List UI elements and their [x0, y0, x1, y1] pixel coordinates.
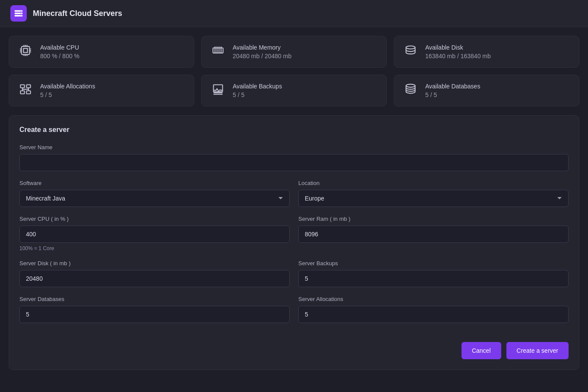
- cpu-label: Available CPU: [40, 44, 79, 51]
- software-group: Software Minecraft Java Minecraft Bedroc…: [19, 180, 290, 207]
- disk-info: Available Disk 163840 mb / 163840 mb: [425, 44, 491, 60]
- svg-point-5: [20, 15, 21, 16]
- ram-group: Server Ram ( in mb ): [298, 216, 569, 251]
- svg-point-4: [20, 13, 21, 14]
- memory-icon: [210, 44, 226, 59]
- location-select[interactable]: Europe North America Asia South America: [298, 190, 569, 207]
- databases-allocations-row: Server Databases Server Allocations: [19, 296, 569, 332]
- backups-label: Available Backups: [233, 83, 282, 90]
- databases-group: Server Databases: [19, 296, 290, 323]
- stat-card-backups: Available Backups 5 / 5: [201, 75, 387, 107]
- memory-value: 20480 mb / 20480 mb: [233, 53, 291, 60]
- create-server-form: Create a server Server Name Software Min…: [9, 115, 579, 370]
- databases-label-field: Server Databases: [19, 296, 290, 302]
- disk-icon: [403, 44, 418, 59]
- create-server-button[interactable]: Create a server: [506, 342, 569, 359]
- allocations-label: Available Allocations: [40, 83, 95, 90]
- disk-backups-row: Server Disk ( in mb ) Server Backups: [19, 260, 569, 296]
- software-label: Software: [19, 180, 290, 186]
- databases-icon: [403, 83, 418, 98]
- backups-group: Server Backups: [298, 260, 569, 287]
- svg-rect-33: [26, 91, 30, 94]
- databases-value: 5 / 5: [425, 91, 480, 98]
- backups-label-field: Server Backups: [298, 260, 569, 267]
- header: Minecraft Cloud Servers: [0, 0, 588, 27]
- databases-input[interactable]: [19, 306, 290, 323]
- svg-point-29: [406, 46, 415, 49]
- backups-icon: [210, 83, 226, 98]
- server-name-input[interactable]: [19, 154, 569, 171]
- disk-group: Server Disk ( in mb ): [19, 260, 290, 287]
- stat-card-disk: Available Disk 163840 mb / 163840 mb: [394, 36, 579, 68]
- stats-grid-row1: Available CPU 800 % / 800 %: [0, 27, 588, 68]
- stat-card-allocations: Available Allocations 5 / 5: [9, 75, 194, 107]
- location-label: Location: [298, 180, 569, 186]
- stat-card-cpu: Available CPU 800 % / 800 %: [9, 36, 194, 68]
- app-title: Minecraft Cloud Servers: [33, 9, 122, 18]
- ram-input[interactable]: [298, 226, 569, 243]
- server-name-label: Server Name: [19, 144, 569, 151]
- svg-point-3: [20, 10, 21, 11]
- backups-info: Available Backups 5 / 5: [233, 83, 282, 98]
- allocations-info: Available Allocations 5 / 5: [40, 83, 95, 98]
- cpu-group: Server CPU ( in % ) 100% = 1 Core: [19, 216, 290, 251]
- disk-input[interactable]: [19, 270, 290, 287]
- stat-card-memory: Available Memory 20480 mb / 20480 mb: [201, 36, 387, 68]
- svg-rect-32: [20, 91, 24, 94]
- databases-info: Available Databases 5 / 5: [425, 83, 480, 98]
- allocations-icon: [18, 83, 33, 98]
- cpu-value: 800 % / 800 %: [40, 53, 79, 60]
- svg-rect-30: [20, 85, 24, 88]
- svg-rect-20: [213, 48, 223, 53]
- cpu-icon: [18, 44, 33, 59]
- server-name-group: Server Name: [19, 144, 569, 171]
- svg-rect-6: [22, 47, 30, 55]
- disk-label-field: Server Disk ( in mb ): [19, 260, 290, 267]
- databases-label: Available Databases: [425, 83, 480, 90]
- svg-rect-7: [23, 48, 27, 52]
- backups-input[interactable]: [298, 270, 569, 287]
- svg-rect-31: [26, 85, 30, 88]
- allocations-value: 5 / 5: [40, 91, 95, 98]
- allocations-input[interactable]: [298, 306, 569, 323]
- allocations-group-field: Server Allocations: [298, 296, 569, 323]
- stats-grid-row2: Available Allocations 5 / 5 Available Ba…: [0, 68, 588, 107]
- form-actions: Cancel Create a server: [19, 342, 569, 359]
- cancel-button[interactable]: Cancel: [462, 342, 501, 359]
- app-container: Minecraft Cloud Servers: [0, 0, 588, 392]
- disk-value: 163840 mb / 163840 mb: [425, 53, 491, 60]
- app-icon: [10, 5, 27, 22]
- form-title: Create a server: [19, 126, 569, 134]
- backups-value: 5 / 5: [233, 91, 282, 98]
- stat-card-databases: Available Databases 5 / 5: [394, 75, 579, 107]
- cpu-hint: 100% = 1 Core: [19, 245, 290, 251]
- disk-label: Available Disk: [425, 44, 491, 51]
- cpu-info: Available CPU 800 % / 800 %: [40, 44, 79, 60]
- location-group: Location Europe North America Asia South…: [298, 180, 569, 207]
- software-location-row: Software Minecraft Java Minecraft Bedroc…: [19, 180, 569, 216]
- allocations-label-field: Server Allocations: [298, 296, 569, 302]
- memory-label: Available Memory: [233, 44, 291, 51]
- cpu-label-field: Server CPU ( in % ): [19, 216, 290, 222]
- cpu-ram-row: Server CPU ( in % ) 100% = 1 Core Server…: [19, 216, 569, 260]
- software-select[interactable]: Minecraft Java Minecraft Bedrock Paper S…: [19, 190, 290, 207]
- cpu-input[interactable]: [19, 226, 290, 243]
- ram-label: Server Ram ( in mb ): [298, 216, 569, 222]
- memory-info: Available Memory 20480 mb / 20480 mb: [233, 44, 291, 60]
- svg-point-40: [406, 84, 415, 87]
